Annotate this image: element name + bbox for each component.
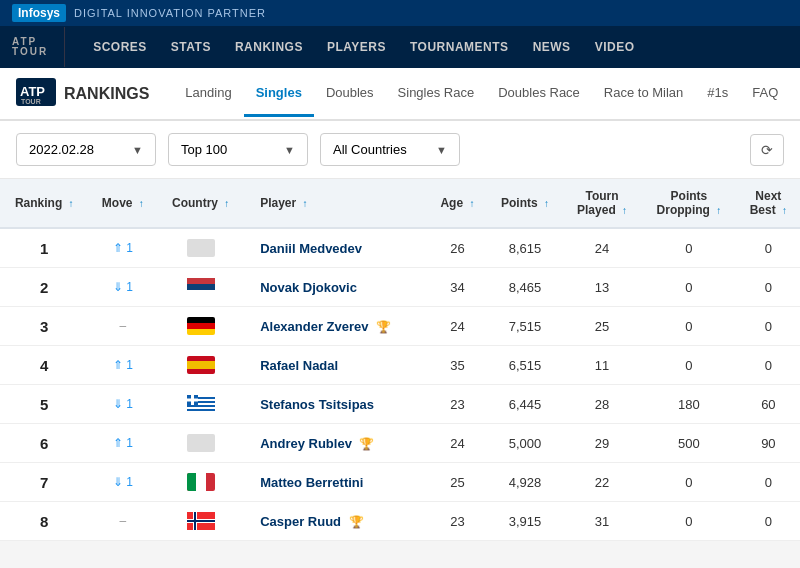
cell-points-dropping: 180: [641, 385, 737, 424]
rankings-title: RANKINGS: [64, 85, 149, 103]
th-points[interactable]: Points ↑: [487, 179, 563, 228]
cell-age: 34: [428, 268, 487, 307]
country-filter[interactable]: All Countries ▼: [320, 133, 460, 166]
cell-next-best: 0: [737, 228, 800, 268]
date-filter-chevron: ▼: [132, 144, 143, 156]
cell-player: Andrey Rublev 🏆: [244, 424, 428, 463]
tab-doubles[interactable]: Doubles: [314, 71, 386, 117]
th-player[interactable]: Player ↑: [244, 179, 428, 228]
nav-video[interactable]: VIDEO: [583, 26, 647, 68]
cell-country: [157, 463, 244, 502]
cell-move: –: [88, 502, 157, 541]
table-row: 2 ⇓ 1 Novak Djokovic 34 8,465 13 0 0: [0, 268, 800, 307]
table-row: 4 ⇑ 1 Rafael Nadal 35 6,515 11 0 0: [0, 346, 800, 385]
th-age[interactable]: Age ↑: [428, 179, 487, 228]
atp-logo: ATP TOUR: [12, 27, 65, 67]
cell-tourn-played: 11: [563, 346, 641, 385]
svg-rect-7: [187, 323, 215, 329]
range-filter[interactable]: Top 100 ▼: [168, 133, 308, 166]
refresh-button[interactable]: ⟳: [750, 134, 784, 166]
cell-ranking: 8: [0, 502, 88, 541]
cell-next-best: 90: [737, 424, 800, 463]
tab-race-to-milan[interactable]: Race to Milan: [592, 71, 695, 117]
tab-faq[interactable]: FAQ: [740, 71, 790, 117]
th-country[interactable]: Country ↑: [157, 179, 244, 228]
cell-next-best: 0: [737, 463, 800, 502]
range-filter-chevron: ▼: [284, 144, 295, 156]
tab-1s[interactable]: #1s: [695, 71, 740, 117]
infosys-tagline: DIGITAL INNOVATION PARTNER: [74, 7, 266, 19]
nav-players[interactable]: PLAYERS: [315, 26, 398, 68]
table-row: 1 ⇑ 1 Daniil Medvedev 26 8,615 24 0 0: [0, 228, 800, 268]
cell-move: ⇓ 1: [88, 385, 157, 424]
nav-tournaments[interactable]: TOURNAMENTS: [398, 26, 521, 68]
cell-points-dropping: 0: [641, 502, 737, 541]
cell-points: 7,515: [487, 307, 563, 346]
cell-next-best: 0: [737, 307, 800, 346]
cell-tourn-played: 24: [563, 228, 641, 268]
tab-doubles-race[interactable]: Doubles Race: [486, 71, 592, 117]
trophy-icon: 🏆: [376, 320, 391, 334]
cell-move: ⇑ 1: [88, 228, 157, 268]
th-tourn-played[interactable]: TournPlayed ↑: [563, 179, 641, 228]
cell-age: 26: [428, 228, 487, 268]
cell-move: ⇓ 1: [88, 268, 157, 307]
cell-points: 3,915: [487, 502, 563, 541]
cell-age: 23: [428, 502, 487, 541]
country-filter-value: All Countries: [333, 142, 407, 157]
svg-rect-17: [187, 411, 215, 413]
trophy-icon: 🏆: [349, 515, 364, 529]
nav-news[interactable]: NEWS: [521, 26, 583, 68]
tab-landing[interactable]: Landing: [173, 71, 243, 117]
tab-navigation: Landing Singles Doubles Singles Race Dou…: [173, 71, 790, 117]
th-move[interactable]: Move ↑: [88, 179, 157, 228]
svg-rect-4: [187, 284, 215, 290]
move-up-icon: ⇑ 1: [113, 358, 133, 372]
refresh-icon: ⟳: [761, 142, 773, 158]
cell-player: Rafael Nadal: [244, 346, 428, 385]
infosys-banner: Infosys DIGITAL INNOVATION PARTNER: [0, 0, 800, 26]
th-next-best[interactable]: NextBest ↑: [737, 179, 800, 228]
cell-points-dropping: 0: [641, 228, 737, 268]
cell-move: –: [88, 307, 157, 346]
move-down-icon: ⇓ 1: [113, 397, 133, 411]
atp-nav: ATP TOUR SCORES STATS RANKINGS PLAYERS T…: [0, 26, 800, 68]
table-row: 6 ⇑ 1 Andrey Rublev 🏆 24 5,000 29 500 90: [0, 424, 800, 463]
cell-points-dropping: 500: [641, 424, 737, 463]
cell-age: 24: [428, 424, 487, 463]
svg-rect-22: [187, 473, 197, 491]
svg-rect-5: [187, 290, 215, 296]
date-filter[interactable]: 2022.02.28 ▼: [16, 133, 156, 166]
cell-age: 23: [428, 385, 487, 424]
cell-move: ⇑ 1: [88, 424, 157, 463]
cell-player: Daniil Medvedev: [244, 228, 428, 268]
country-filter-chevron: ▼: [436, 144, 447, 156]
svg-rect-3: [187, 278, 215, 284]
cell-ranking: 6: [0, 424, 88, 463]
cell-player: Novak Djokovic: [244, 268, 428, 307]
cell-points-dropping: 0: [641, 346, 737, 385]
cell-points: 4,928: [487, 463, 563, 502]
cell-ranking: 7: [0, 463, 88, 502]
cell-points-dropping: 0: [641, 307, 737, 346]
cell-country: [157, 346, 244, 385]
move-dash-icon: –: [120, 319, 127, 333]
nav-scores[interactable]: SCORES: [81, 26, 159, 68]
nav-stats[interactable]: STATS: [159, 26, 223, 68]
tab-singles-race[interactable]: Singles Race: [386, 71, 487, 117]
cell-age: 35: [428, 346, 487, 385]
infosys-logo: Infosys: [12, 4, 66, 22]
cell-points: 8,465: [487, 268, 563, 307]
cell-tourn-played: 29: [563, 424, 641, 463]
nav-rankings[interactable]: RANKINGS: [223, 26, 315, 68]
cell-ranking: 1: [0, 228, 88, 268]
cell-ranking: 4: [0, 346, 88, 385]
tab-singles[interactable]: Singles: [244, 71, 314, 117]
cell-points: 5,000: [487, 424, 563, 463]
range-filter-value: Top 100: [181, 142, 227, 157]
svg-text:ATP: ATP: [20, 84, 45, 99]
cell-tourn-played: 31: [563, 502, 641, 541]
atp-brand: ATP TOUR: [16, 78, 56, 109]
th-ranking[interactable]: Ranking ↑: [0, 179, 88, 228]
th-points-dropping[interactable]: PointsDropping ↑: [641, 179, 737, 228]
